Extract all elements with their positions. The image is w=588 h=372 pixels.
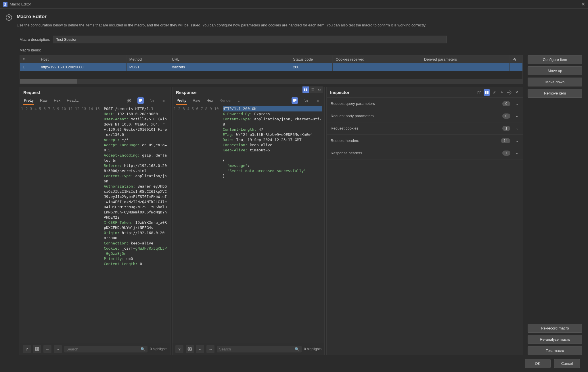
col-method[interactable]: Method <box>126 55 169 63</box>
chevron-down-icon: ⌄ <box>516 138 519 143</box>
response-menu-icon[interactable]: ≡ <box>315 97 321 104</box>
request-highlight-count: 0 highlights <box>150 347 167 351</box>
response-forward-icon[interactable]: → <box>206 345 214 353</box>
inspector-row[interactable]: Request cookies1⌄ <box>327 122 523 135</box>
col-cookies[interactable]: Cookies received <box>333 55 421 63</box>
response-search[interactable]: 🔍 <box>217 346 302 352</box>
request-code[interactable]: POST /secrets HTTP/1.1 Host: 192.168.0.2… <box>101 105 170 343</box>
inspector-title: Inspector <box>330 90 475 95</box>
col-status[interactable]: Status code <box>290 55 333 63</box>
response-tab-hex[interactable]: Hex <box>206 97 214 105</box>
macro-items-label: Macro items: <box>20 48 582 52</box>
macro-items-table: # Host Method URL Status code Cookies re… <box>20 55 523 84</box>
search-icon[interactable]: 🔍 <box>141 347 145 351</box>
inspector-collapse-icon[interactable]: ÷ <box>499 89 505 96</box>
chevron-down-icon: ⌄ <box>516 151 519 155</box>
request-search[interactable]: 🔍 <box>64 346 148 352</box>
inspector-row[interactable]: Response headers7⌄ <box>327 147 523 159</box>
request-tab-raw[interactable]: Raw <box>39 97 48 105</box>
response-gutter: 1 2 3 4 5 6 7 8 9 10 <box>173 105 221 343</box>
inspector-expand-icon[interactable]: ⤢ <box>491 89 497 96</box>
response-panel: ▮▮ 〓 ▭ Response Pretty Raw Hex Render … <box>172 87 325 355</box>
macro-description-label: Macro description: <box>20 37 50 42</box>
ok-button[interactable]: OK <box>525 359 551 368</box>
newline-icon[interactable]: \n <box>149 97 155 104</box>
inspector-layout1-icon[interactable]: ▯▯ <box>476 89 482 96</box>
inspector-row-count: 14 <box>501 138 510 143</box>
toggle-hidden-icon[interactable] <box>126 97 132 104</box>
request-panel: Request Pretty Raw Hex Head… \n <box>20 87 171 355</box>
request-help-icon[interactable]: ? <box>23 345 31 353</box>
inspector-row-label: Request headers <box>331 138 501 143</box>
inspector-row-label: Request cookies <box>331 126 502 130</box>
svg-rect-6 <box>293 99 296 100</box>
response-tab-pretty[interactable]: Pretty <box>176 97 187 105</box>
response-tab-raw[interactable]: Raw <box>192 97 201 105</box>
col-url[interactable]: URL <box>169 55 290 63</box>
response-back-icon[interactable]: ← <box>196 345 204 353</box>
response-tab-render[interactable]: Render <box>219 97 232 105</box>
response-gear-icon[interactable] <box>186 345 194 353</box>
request-tab-pretty[interactable]: Pretty <box>23 97 34 105</box>
chevron-down-icon: ⌄ <box>516 114 519 118</box>
re-record-macro-button[interactable]: Re-record macro <box>528 324 582 333</box>
wrap-icon[interactable] <box>137 97 144 104</box>
table-header-row: # Host Method URL Status code Cookies re… <box>20 55 523 63</box>
layout-rows-icon[interactable]: 〓 <box>309 86 316 93</box>
svg-point-5 <box>37 348 38 350</box>
request-forward-icon[interactable]: → <box>54 345 62 353</box>
response-help-icon[interactable]: ? <box>175 345 183 353</box>
inspector-row-count: 0 <box>502 101 510 106</box>
response-title: Response <box>173 87 324 97</box>
col-host[interactable]: Host <box>38 55 127 63</box>
svg-rect-8 <box>293 101 295 102</box>
response-newline-icon[interactable]: \n <box>303 97 309 104</box>
svg-point-10 <box>509 92 510 93</box>
table-scrollbar[interactable] <box>20 79 523 84</box>
chevron-down-icon: ⌄ <box>516 126 519 130</box>
window-title: Macro Editor <box>10 2 31 6</box>
col-pr[interactable]: Pr <box>510 55 523 63</box>
col-num[interactable]: # <box>20 55 38 63</box>
move-down-button[interactable]: Move down <box>528 78 582 86</box>
menu-icon[interactable]: ≡ <box>160 97 167 104</box>
re-analyze-macro-button[interactable]: Re-analyze macro <box>528 335 582 344</box>
inspector-row[interactable]: Request headers14⌄ <box>327 135 523 147</box>
svg-rect-2 <box>139 99 142 100</box>
inspector-row-count: 7 <box>502 151 510 156</box>
move-up-button[interactable]: Move up <box>528 66 582 75</box>
remove-item-button[interactable]: Remove item <box>528 89 582 98</box>
titlebar: Macro Editor ✕ <box>0 0 588 9</box>
response-search-input[interactable] <box>219 347 293 351</box>
svg-rect-4 <box>139 101 141 102</box>
table-row-empty <box>20 71 523 79</box>
inspector-gear-icon[interactable] <box>506 89 512 96</box>
test-macro-button[interactable]: Test macro <box>528 346 582 355</box>
request-tab-hex[interactable]: Hex <box>53 97 61 105</box>
request-search-input[interactable] <box>66 347 139 351</box>
table-row[interactable]: 1 http://192.168.0.208:3000 POST /secret… <box>20 63 523 71</box>
configure-item-button[interactable]: Configure item <box>528 55 582 64</box>
layout-single-icon[interactable]: ▭ <box>316 86 323 93</box>
inspector-close-icon[interactable]: ✕ <box>514 89 520 96</box>
layout-columns-icon[interactable]: ▮▮ <box>302 86 309 93</box>
request-tab-headers[interactable]: Head… <box>66 97 80 105</box>
response-tab-more[interactable]: … <box>238 97 242 105</box>
response-code[interactable]: HTTP/1.1 200 OK X-Powered-By: Express Co… <box>221 105 324 343</box>
col-derived[interactable]: Derived parameters <box>421 55 510 63</box>
macro-description-input[interactable] <box>53 36 447 43</box>
inspector-row[interactable]: Request query parameters0⌄ <box>327 98 523 110</box>
close-icon[interactable]: ✕ <box>581 1 585 7</box>
response-wrap-icon[interactable] <box>292 97 298 104</box>
inspector-row[interactable]: Request body parameters0⌄ <box>327 110 523 122</box>
request-gear-icon[interactable] <box>33 345 41 353</box>
svg-rect-3 <box>139 100 142 101</box>
svg-rect-7 <box>293 100 296 101</box>
response-highlight-count: 0 highlights <box>304 347 321 351</box>
search-icon[interactable]: 🔍 <box>295 347 299 351</box>
help-icon[interactable]: ? <box>6 14 12 21</box>
inspector-panel: Inspector ▯▯ ▮▮ ⤢ ÷ ✕ Request query para… <box>326 87 523 355</box>
inspector-layout2-icon[interactable]: ▮▮ <box>484 89 490 96</box>
cancel-button[interactable]: Cancel <box>554 359 580 368</box>
request-back-icon[interactable]: ← <box>43 345 51 353</box>
